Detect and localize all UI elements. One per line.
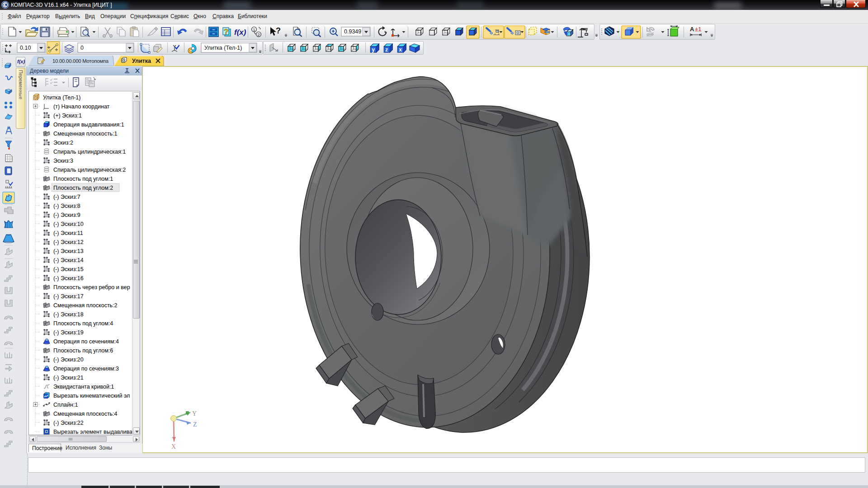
svg-text:(-) Эскиз:11: (-) Эскиз:11 bbox=[53, 230, 83, 236]
svg-text:Плоскость под углом:6: Плоскость под углом:6 bbox=[53, 347, 113, 354]
svg-text:X: X bbox=[171, 443, 176, 450]
svg-text:Эскиз:2: Эскиз:2 bbox=[53, 140, 73, 146]
svg-text:2: 2 bbox=[258, 33, 260, 37]
svg-text:(-) Эскиз:19: (-) Эскиз:19 bbox=[53, 329, 84, 336]
svg-text:Плоскость под углом:1: Плоскость под углом:1 bbox=[53, 176, 113, 182]
svg-text:Y: Y bbox=[192, 410, 197, 417]
svg-text:0.10: 0.10 bbox=[20, 45, 31, 51]
svg-text:?: ? bbox=[224, 28, 228, 36]
svg-text:Плоскость под углом:2: Плоскость под углом:2 bbox=[53, 185, 113, 191]
svg-text:(-) Эскиз:14: (-) Эскиз:14 bbox=[53, 257, 84, 263]
svg-text:(-) Эскиз:22: (-) Эскиз:22 bbox=[53, 420, 84, 426]
svg-text:Операция по сечениям:4: Операция по сечениям:4 bbox=[53, 338, 119, 345]
svg-text:Операция выдавливания:1: Операция выдавливания:1 bbox=[53, 122, 124, 128]
svg-text:Смещенная плоскость:1: Смещенная плоскость:1 bbox=[53, 131, 118, 137]
svg-text:x: x bbox=[399, 47, 402, 53]
svg-text:Плоскость под углом:4: Плоскость под углом:4 bbox=[53, 320, 113, 327]
svg-text:(-) Эскиз:7: (-) Эскиз:7 bbox=[53, 194, 80, 200]
svg-text:y: y bbox=[372, 47, 375, 53]
svg-text:Спираль цилиндрическая:1: Спираль цилиндрическая:1 bbox=[53, 149, 126, 155]
svg-text:10.00.00.000 Мотопомпа: 10.00.00.000 Мотопомпа bbox=[52, 58, 109, 64]
svg-text:Улитка (Тел-1): Улитка (Тел-1) bbox=[43, 94, 80, 101]
svg-text:1: 1 bbox=[253, 28, 255, 32]
svg-text:(-) Эскиз:9: (-) Эскиз:9 bbox=[53, 212, 80, 218]
svg-text:Улитка: Улитка bbox=[132, 58, 151, 64]
svg-text:(-) Эскиз:12: (-) Эскиз:12 bbox=[53, 239, 84, 245]
svg-text:z: z bbox=[385, 47, 388, 53]
svg-text:f(x): f(x) bbox=[234, 28, 246, 37]
svg-text:Сплайн:1: Сплайн:1 bbox=[53, 402, 78, 408]
svg-text:Спираль цилиндрическая:2: Спираль цилиндрическая:2 bbox=[53, 167, 126, 173]
svg-text:(-) Эскиз:20: (-) Эскиз:20 bbox=[53, 357, 84, 363]
svg-text:(-) Эскиз:16: (-) Эскиз:16 bbox=[53, 275, 84, 282]
svg-text:Эквидистанта кривой:1: Эквидистанта кривой:1 bbox=[53, 384, 114, 390]
svg-text:0: 0 bbox=[80, 45, 84, 51]
svg-text:A: A bbox=[690, 26, 694, 33]
svg-text:±1: ±1 bbox=[695, 26, 701, 33]
svg-text:Операция по сечениям:3: Операция по сечениям:3 bbox=[53, 366, 119, 372]
svg-text:(+) Эскиз:1: (+) Эскиз:1 bbox=[53, 113, 82, 119]
svg-text:Смещенная плоскость:2: Смещенная плоскость:2 bbox=[53, 302, 118, 309]
svg-text:Эскиз:3: Эскиз:3 bbox=[53, 158, 73, 164]
svg-text:(-) Эскиз:15: (-) Эскиз:15 bbox=[53, 266, 84, 272]
svg-text:(-) Эскиз:21: (-) Эскиз:21 bbox=[53, 375, 84, 381]
svg-text:Z: Z bbox=[193, 421, 197, 428]
svg-text:Смещенная плоскость:4: Смещенная плоскость:4 bbox=[53, 411, 118, 417]
svg-text:Вырезать кинематический эл: Вырезать кинематический эл bbox=[53, 393, 130, 399]
svg-text:(-) Эскиз:13: (-) Эскиз:13 bbox=[53, 248, 84, 254]
svg-text:(-) Эскиз:18: (-) Эскиз:18 bbox=[53, 311, 84, 318]
svg-text:0.9349: 0.9349 bbox=[344, 28, 361, 35]
svg-text:Плоскость через ребро и вер: Плоскость через ребро и вер bbox=[53, 284, 130, 291]
svg-text:?: ? bbox=[276, 26, 281, 35]
svg-text:(-) Эскиз:10: (-) Эскиз:10 bbox=[53, 221, 84, 227]
svg-text:(-) Эскиз:17: (-) Эскиз:17 bbox=[53, 293, 84, 300]
svg-text:(т) Начало координат: (т) Начало координат bbox=[53, 103, 110, 110]
svg-text:Улитка (Тел-1): Улитка (Тел-1) bbox=[204, 45, 242, 51]
svg-text:Вырезать элемент выдавлива: Вырезать элемент выдавлива bbox=[53, 429, 132, 435]
svg-text:(-) Эскиз:8: (-) Эскиз:8 bbox=[53, 203, 80, 209]
